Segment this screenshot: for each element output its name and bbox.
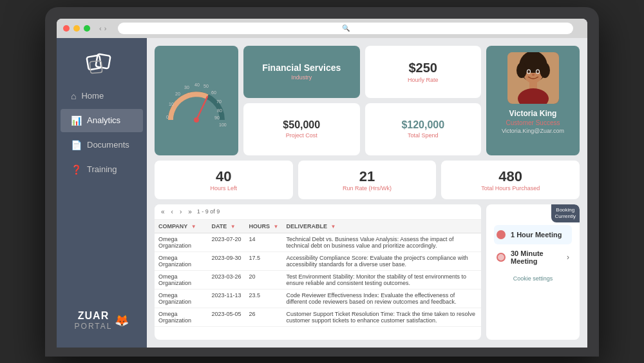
- app-layout: ⌂ Home 📊 Analytics 📄 Documents ❓ Trainin…: [57, 38, 587, 348]
- table-header: COMPANY ▼ DATE ▼: [155, 220, 481, 233]
- cell-company: Omega Organization: [155, 308, 207, 326]
- run-rate-label: Run Rate (Hrs/Wk): [343, 185, 392, 191]
- svg-text:70: 70: [216, 99, 222, 104]
- profile-name: Victoria King: [509, 109, 557, 118]
- svg-line-14: [196, 97, 207, 120]
- svg-point-21: [540, 63, 550, 78]
- sidebar-item-label-documents: Documents: [87, 140, 129, 150]
- nav-forward[interactable]: ›: [104, 25, 107, 32]
- sidebar-item-documents[interactable]: 📄 Documents: [61, 133, 143, 157]
- right-panel: Booking Currently 1 Hour Meeting: [486, 204, 580, 340]
- industry-card: Financial Services Industry: [243, 46, 360, 98]
- table-section: « ‹ › » 1 - 9 of 9: [155, 204, 481, 340]
- profile-email: Victoria.King@Zuar.com: [502, 128, 564, 134]
- cell-date: 2023-07-20: [207, 233, 245, 251]
- filter-company-icon[interactable]: ▼: [191, 224, 196, 230]
- next-page-button[interactable]: ›: [178, 207, 183, 217]
- thirty-min-meeting[interactable]: 30 Minute Meeting ›: [494, 244, 572, 270]
- svg-text:10: 10: [169, 102, 174, 106]
- avatar: [507, 52, 559, 104]
- filter-hours-icon[interactable]: ▼: [274, 224, 279, 230]
- one-hour-dot: [497, 230, 506, 239]
- prev-page-button[interactable]: ‹: [170, 207, 175, 217]
- last-page-button[interactable]: »: [187, 207, 193, 217]
- svg-text:60: 60: [211, 90, 216, 95]
- meeting-arrow-icon: ›: [567, 253, 569, 262]
- bottom-row: « ‹ › » 1 - 9 of 9: [155, 204, 580, 340]
- cell-company: Omega Organization: [155, 251, 207, 270]
- address-bar[interactable]: 🔍: [118, 23, 573, 34]
- table-body: Omega Organization 2023-07-20 14 Technic…: [155, 233, 481, 326]
- table-toolbar: « ‹ › » 1 - 9 of 9: [155, 204, 481, 220]
- total-spend-card: $120,000 Total Spend: [365, 103, 482, 155]
- col-hours: HOURS ▼: [245, 220, 282, 233]
- sidebar-item-training[interactable]: ❓ Training: [61, 158, 143, 181]
- laptop-frame: ‹ › 🔍: [45, 7, 599, 357]
- close-dot[interactable]: [63, 25, 70, 32]
- gauge-chart: 0 10 20 30 40 50 60 70 80 90 100: [161, 68, 232, 133]
- hours-left-value: 40: [216, 168, 231, 185]
- left-section: « ‹ › » 1 - 9 of 9: [155, 204, 481, 340]
- gauge-card: 0 10 20 30 40 50 60 70 80 90 100: [155, 46, 238, 155]
- booking-line2: Currently: [555, 213, 576, 220]
- filter-date-icon[interactable]: ▼: [231, 224, 236, 230]
- numbers-row: 40 Hours Left 21 Run Rate (Hrs/Wk) 480 T…: [155, 161, 580, 199]
- sidebar-item-label-analytics: Analytics: [87, 115, 120, 125]
- cell-hours: 26: [245, 308, 282, 326]
- table-row: Omega Organization 2023-03-26 20 Test En…: [155, 270, 481, 289]
- table-row: Omega Organization 2023-09-30 17.5 Acces…: [155, 251, 481, 270]
- first-page-button[interactable]: «: [160, 207, 166, 217]
- thirty-min-dot: [497, 253, 506, 262]
- svg-text:50: 50: [204, 84, 209, 88]
- profile-panel: Victoria King Customer Success Victoria.…: [486, 46, 580, 155]
- svg-point-20: [516, 63, 527, 78]
- cell-company: Omega Organization: [155, 270, 207, 289]
- training-icon: ❓: [71, 164, 82, 175]
- table-scroll[interactable]: COMPANY ▼ DATE ▼: [155, 220, 481, 340]
- cell-deliverable: Technical Debt vs. Business Value Analys…: [282, 233, 481, 251]
- svg-text:40: 40: [194, 83, 200, 87]
- total-spend-label: Total Spend: [408, 132, 439, 139]
- meeting-card: Booking Currently 1 Hour Meeting: [486, 204, 580, 340]
- svg-point-27: [536, 70, 539, 73]
- one-hour-meeting[interactable]: 1 Hour Meeting: [494, 225, 572, 244]
- booking-badge: Booking Currently: [551, 204, 580, 223]
- main-content: 0 10 20 30 40 50 60 70 80 90 100: [147, 38, 587, 348]
- hourly-rate-card: $250 Hourly Rate: [365, 46, 482, 98]
- data-table: COMPANY ▼ DATE ▼: [155, 220, 481, 327]
- hourly-rate-label: Hourly Rate: [408, 77, 439, 83]
- nav-back[interactable]: ‹: [99, 25, 102, 32]
- hours-left-label: Hours Left: [211, 185, 238, 191]
- svg-text:90: 90: [214, 115, 220, 120]
- cell-hours: 14: [245, 233, 282, 251]
- hours-left-card: 40 Hours Left: [155, 161, 293, 199]
- industry-title: Financial Services: [262, 63, 341, 73]
- table-row: Omega Organization 2023-07-20 14 Technic…: [155, 233, 481, 251]
- minimize-dot[interactable]: [73, 25, 80, 32]
- documents-icon: 📄: [71, 140, 82, 150]
- svg-rect-23: [529, 81, 537, 88]
- top-row: 0 10 20 30 40 50 60 70 80 90 100: [155, 46, 580, 155]
- cell-hours: 17.5: [245, 251, 282, 270]
- sidebar-item-label-home: Home: [81, 91, 104, 101]
- avatar-image: [507, 52, 559, 104]
- maximize-dot[interactable]: [84, 25, 90, 32]
- cell-date: 2023-11-13: [207, 289, 245, 308]
- svg-text:0: 0: [166, 115, 169, 119]
- svg-text:30: 30: [184, 85, 189, 90]
- industry-label: Industry: [291, 74, 312, 81]
- filter-deliverable-icon[interactable]: ▼: [330, 224, 336, 230]
- sidebar: ⌂ Home 📊 Analytics 📄 Documents ❓ Trainin…: [57, 38, 147, 348]
- run-rate-value: 21: [359, 168, 375, 185]
- sidebar-item-home[interactable]: ⌂ Home: [61, 84, 143, 108]
- col-deliverable: DELIVERABLE ▼: [282, 220, 481, 233]
- cell-hours: 20: [245, 270, 282, 289]
- brand-name: ZUAR: [75, 310, 113, 322]
- project-cost-value: $50,000: [283, 119, 320, 131]
- cookie-settings-link[interactable]: Cookie settings: [494, 275, 572, 282]
- sidebar-item-analytics[interactable]: 📊 Analytics: [61, 109, 143, 132]
- pagination-info: 1 - 9 of 9: [197, 208, 220, 215]
- project-cost-label: Project Cost: [286, 132, 317, 139]
- analytics-icon: 📊: [71, 115, 82, 126]
- browser-navigation: ‹ ›: [99, 25, 106, 32]
